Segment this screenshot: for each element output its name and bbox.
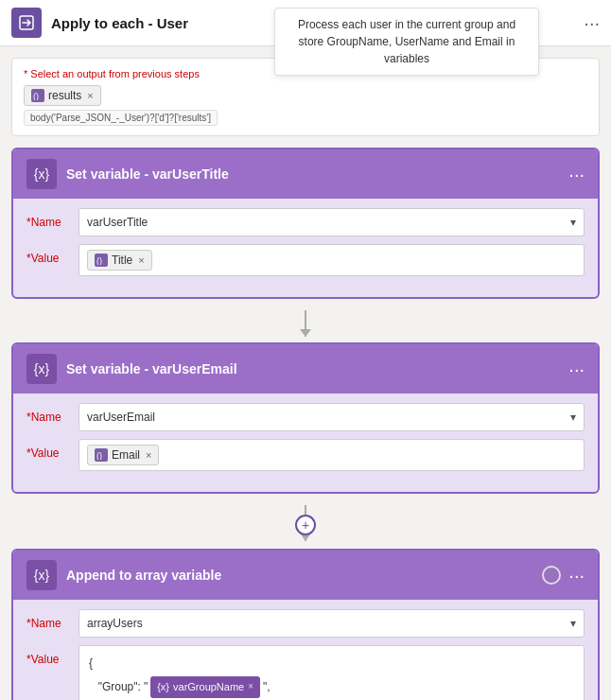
name-dropdown-arrow: ▾	[570, 216, 576, 229]
array-value-label: *Value	[26, 645, 79, 666]
value-label: *Value	[26, 244, 79, 265]
add-step-button[interactable]: +	[295, 515, 316, 535]
card-set-useremail-body: *Name varUserEmail ▾ *Value () Email	[13, 394, 598, 492]
results-tag-remove[interactable]: ×	[87, 90, 93, 101]
set-var-email-icon: {x}	[26, 354, 57, 384]
append-header-title: Append to array variable	[66, 568, 542, 583]
var-chip-groupname[interactable]: {x} varGroupName ×	[150, 676, 260, 699]
append-more-button[interactable]: ···	[568, 565, 585, 586]
json-open-brace: {	[89, 654, 574, 674]
email-tag-remove[interactable]: ×	[146, 449, 151, 461]
email-tag-icon: ()	[95, 448, 108, 462]
arrow-2-with-plus: +	[11, 505, 600, 543]
array-name-label: *Name	[26, 609, 79, 630]
groupname-chip-remove[interactable]: ×	[248, 678, 253, 695]
set-usertitle-header-title: Set variable - varUserTitle	[66, 166, 568, 182]
title-tag-remove[interactable]: ×	[138, 254, 144, 266]
top-bar: Apply to each - User Process each user i…	[0, 0, 611, 46]
arrow-1	[11, 310, 600, 337]
card-set-useremail-header: {x} Set variable - varUserEmail ···	[13, 344, 598, 394]
tooltip-box: Process each user in the current group a…	[274, 8, 539, 76]
svg-text:(): ()	[96, 451, 102, 460]
array-value-textarea[interactable]: { "Group": " {x} varGroupName × ",	[79, 645, 585, 700]
card-append: {x} Append to array variable ? ··· *Name…	[11, 549, 600, 700]
email-value-label: *Value	[26, 439, 79, 460]
card-append-header: {x} Append to array variable ? ···	[13, 551, 598, 600]
card-append-body: *Name arrayUsers ▾ *Value { "G	[13, 600, 598, 700]
value-input[interactable]: () Title ×	[79, 244, 585, 276]
title-tag[interactable]: () Title ×	[87, 250, 152, 271]
name-label: *Name	[26, 208, 79, 229]
results-tag[interactable]: () results ×	[24, 85, 101, 106]
append-icon: {x}	[26, 560, 57, 590]
name-input[interactable]: varUserTitle ▾	[79, 208, 585, 236]
title-tag-icon: ()	[95, 254, 108, 267]
email-name-label: *Name	[26, 403, 79, 424]
append-help-button[interactable]: ?	[542, 566, 561, 585]
loop-icon	[11, 8, 42, 38]
arrow-line-1	[305, 310, 306, 337]
email-name-input[interactable]: varUserEmail ▾	[79, 403, 585, 431]
set-var-title-icon: {x}	[26, 159, 57, 189]
tag-icon: ()	[31, 89, 44, 102]
formula-hint: body('Parse_JSON_-_User')?['d']?['result…	[24, 110, 218, 126]
card-set-usertitle-body: *Name varUserTitle ▾ *Value () Title	[13, 199, 598, 297]
array-value-field-row: *Value { "Group": " {x} varGroupName ×	[26, 645, 585, 700]
top-bar-more-button[interactable]: ···	[576, 12, 600, 34]
email-tag[interactable]: () Email ×	[87, 445, 159, 465]
svg-text:(): ()	[33, 92, 39, 100]
card-set-usertitle: {x} Set variable - varUserTitle ··· *Nam…	[11, 148, 600, 299]
set-useremail-header-title: Set variable - varUserEmail	[66, 361, 568, 376]
array-name-input[interactable]: arrayUsers ▾	[79, 609, 585, 638]
array-name-field-row: *Name arrayUsers ▾	[26, 609, 585, 638]
name-field-row: *Name varUserTitle ▾	[26, 208, 585, 236]
email-value-input[interactable]: () Email ×	[79, 439, 585, 471]
email-name-field-row: *Name varUserEmail ▾	[26, 403, 585, 431]
card-set-useremail: {x} Set variable - varUserEmail ··· *Nam…	[11, 342, 600, 494]
card-set-usertitle-header: {x} Set variable - varUserTitle ···	[13, 149, 598, 199]
array-name-dropdown-arrow: ▾	[570, 617, 576, 630]
set-useremail-more-button[interactable]: ···	[568, 359, 585, 380]
email-value-field-row: *Value () Email ×	[26, 439, 585, 471]
value-field-row: *Value () Title ×	[26, 244, 585, 276]
json-group-line: "Group": " {x} varGroupName × ",	[89, 676, 574, 699]
set-usertitle-more-button[interactable]: ···	[568, 164, 585, 185]
main-container: * Select an output from previous steps (…	[0, 46, 611, 700]
tag-row: () results ×	[24, 85, 587, 106]
email-name-dropdown-arrow: ▾	[570, 411, 576, 424]
svg-text:(): ()	[96, 256, 102, 265]
